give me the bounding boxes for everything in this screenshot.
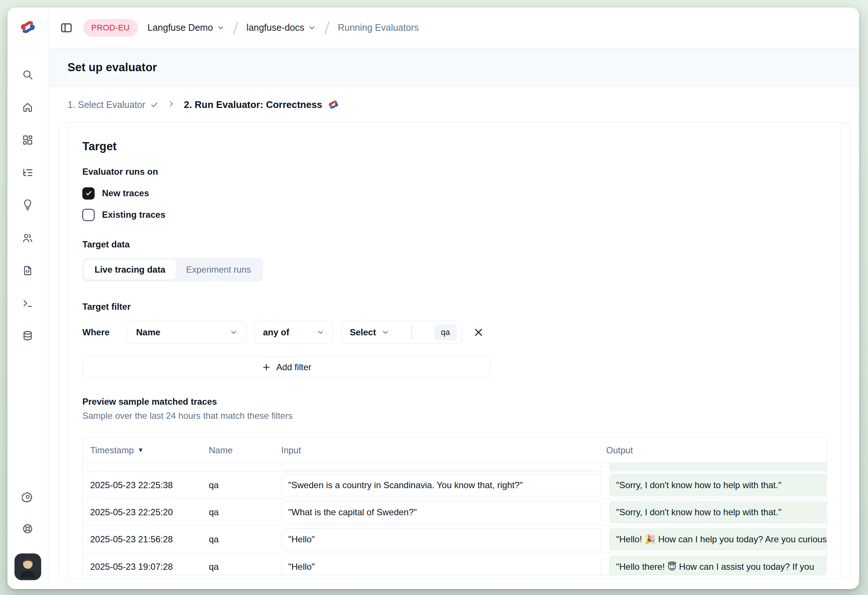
filter-value-select[interactable]: Select qa bbox=[341, 321, 462, 344]
col-header-input[interactable]: Input bbox=[281, 445, 606, 456]
sort-desc-icon: ▼ bbox=[137, 447, 144, 454]
target-card: Target Evaluator runs on New traces Exis… bbox=[59, 123, 850, 579]
add-filter-button[interactable]: Add filter bbox=[82, 356, 490, 378]
sidebar-item-terminal[interactable] bbox=[21, 296, 35, 310]
output-cell: "Sorry, I don't know how to help with th… bbox=[609, 474, 827, 496]
add-filter-label: Add filter bbox=[276, 362, 311, 372]
target-heading: Target bbox=[82, 140, 827, 153]
preview-title: Preview sample matched traces bbox=[82, 397, 827, 407]
search-icon bbox=[22, 69, 33, 81]
chevron-down-icon bbox=[381, 328, 390, 337]
step2-label: 2. Run Evaluator: Correctness bbox=[184, 99, 322, 111]
desktop-background: PROD-EU Langfuse Demo langfuse-docs Runn… bbox=[0, 0, 868, 595]
where-label: Where bbox=[82, 327, 120, 338]
sidebar-item-dashboard[interactable] bbox=[21, 133, 35, 147]
main-area: PROD-EU Langfuse Demo langfuse-docs Runn… bbox=[48, 7, 859, 589]
step-select-evaluator[interactable]: 1. Select Evaluator bbox=[68, 99, 159, 110]
users-icon bbox=[22, 232, 33, 244]
table-row-partial bbox=[83, 463, 827, 472]
evaluator-logo-icon bbox=[327, 98, 340, 111]
sidebar-item-home[interactable] bbox=[21, 100, 35, 114]
combo-divider bbox=[411, 325, 412, 340]
existing-traces-label: Existing traces bbox=[102, 210, 165, 220]
name-cell: qa bbox=[209, 480, 281, 490]
timestamp-cell: 2025-05-23 22:25:38 bbox=[83, 480, 209, 490]
chevron-down-icon bbox=[316, 328, 325, 337]
timestamp-cell: 2025-05-23 21:56:28 bbox=[83, 534, 209, 545]
sidebar-item-search[interactable] bbox=[21, 68, 35, 81]
chevron-down-icon bbox=[230, 328, 238, 337]
input-cell: "Hello" bbox=[281, 528, 601, 551]
table-row[interactable]: 2025-05-23 19:07:28 qa "Hello" "Hello th… bbox=[83, 553, 827, 575]
topbar: PROD-EU Langfuse Demo langfuse-docs Runn… bbox=[48, 7, 859, 48]
home-icon bbox=[22, 102, 33, 113]
filter-row: Where Name any of Select bbox=[82, 321, 827, 344]
input-cell: "Sweden is a country in Scandinavia. You… bbox=[281, 474, 601, 496]
name-cell: qa bbox=[209, 534, 281, 545]
sidebar-item-users[interactable] bbox=[21, 231, 35, 245]
filter-column-select[interactable]: Name bbox=[128, 321, 246, 344]
segment-experiment-runs[interactable]: Experiment runs bbox=[176, 260, 261, 280]
output-cell bbox=[609, 463, 827, 471]
output-cell: "Sorry, I don't know how to help with th… bbox=[609, 501, 827, 523]
step-separator bbox=[167, 99, 176, 110]
target-card-inner: Target Evaluator runs on New traces Exis… bbox=[68, 123, 841, 578]
panel-left-icon bbox=[60, 22, 73, 34]
timestamp-cell: 2025-05-23 19:07:28 bbox=[83, 562, 209, 572]
col-header-name[interactable]: Name bbox=[209, 445, 281, 456]
close-icon bbox=[473, 327, 484, 338]
checkbox-row-new-traces[interactable]: New traces bbox=[82, 185, 827, 201]
table-row[interactable]: 2025-05-23 21:56:28 qa "Hello" "Hello! 🎉… bbox=[83, 526, 827, 553]
filter-operator-value: any of bbox=[263, 327, 289, 338]
col-header-output[interactable]: Output bbox=[606, 445, 827, 456]
sidebar-item-datasets[interactable] bbox=[21, 329, 35, 343]
runs-on-label: Evaluator runs on bbox=[82, 167, 827, 177]
app-window: PROD-EU Langfuse Demo langfuse-docs Runn… bbox=[7, 7, 859, 589]
lightbulb-icon bbox=[22, 199, 33, 211]
remove-filter-button[interactable] bbox=[470, 324, 487, 341]
segment-live-tracing[interactable]: Live tracing data bbox=[84, 260, 176, 280]
environment-badge[interactable]: PROD-EU bbox=[83, 19, 138, 37]
table-header: Timestamp ▼ Name Input Output bbox=[83, 438, 827, 463]
chevron-down-icon bbox=[308, 24, 316, 32]
wizard-steps: 1. Select Evaluator 2. Run Evaluator: Co… bbox=[48, 87, 859, 123]
table-row[interactable]: 2025-05-23 22:25:20 qa "What is the capi… bbox=[83, 499, 827, 526]
settings-button[interactable] bbox=[21, 490, 35, 504]
preview-subtitle: Sample over the last 24 hours that match… bbox=[82, 410, 827, 421]
name-cell: qa bbox=[209, 562, 281, 572]
target-data-segmented-control: Live tracing data Experiment runs bbox=[82, 258, 263, 282]
table-row[interactable]: 2025-05-23 22:25:38 qa "Sweden is a coun… bbox=[83, 472, 827, 499]
sidebar-bottom bbox=[15, 490, 41, 589]
page-title: Set up evaluator bbox=[68, 61, 157, 74]
page-title-band: Set up evaluator bbox=[48, 48, 859, 87]
filter-value-chip[interactable]: qa bbox=[434, 324, 457, 341]
langfuse-logo-icon bbox=[18, 17, 38, 38]
support-button[interactable] bbox=[21, 521, 35, 536]
breadcrumb-org[interactable]: Langfuse Demo bbox=[148, 22, 225, 33]
breadcrumb-page: Running Evaluators bbox=[338, 22, 419, 33]
filter-operator-select[interactable]: any of bbox=[254, 321, 333, 344]
output-cell: "Hello there! 😇 How can I assist you tod… bbox=[609, 556, 827, 576]
checkbox-row-existing-traces[interactable]: Existing traces bbox=[82, 207, 827, 223]
logo-cell bbox=[7, 7, 48, 48]
chevron-down-icon bbox=[217, 24, 225, 32]
breadcrumb-org-label: Langfuse Demo bbox=[148, 22, 213, 33]
plus-icon bbox=[261, 362, 271, 372]
list-tree-icon bbox=[22, 167, 33, 179]
check-icon bbox=[150, 100, 159, 109]
new-traces-checkbox[interactable] bbox=[82, 188, 94, 199]
preview-traces-table: Timestamp ▼ Name Input Output bbox=[82, 437, 827, 575]
chevron-right-icon bbox=[167, 99, 176, 108]
user-avatar[interactable] bbox=[15, 554, 41, 580]
sidebar-item-docs[interactable] bbox=[21, 263, 35, 278]
gear-icon bbox=[22, 491, 33, 503]
sidebar-toggle-button[interactable] bbox=[59, 21, 74, 35]
col-header-timestamp[interactable]: Timestamp ▼ bbox=[83, 445, 209, 456]
input-cell: "What is the capital of Sweden?" bbox=[281, 501, 601, 523]
breadcrumb-project[interactable]: langfuse-docs bbox=[247, 22, 316, 33]
sidebar-item-tracing[interactable] bbox=[21, 165, 35, 180]
breadcrumb-separator bbox=[325, 21, 330, 34]
filter-value-placeholder: Select bbox=[350, 327, 376, 338]
sidebar-item-evaluation[interactable] bbox=[21, 198, 35, 212]
existing-traces-checkbox[interactable] bbox=[82, 209, 94, 221]
